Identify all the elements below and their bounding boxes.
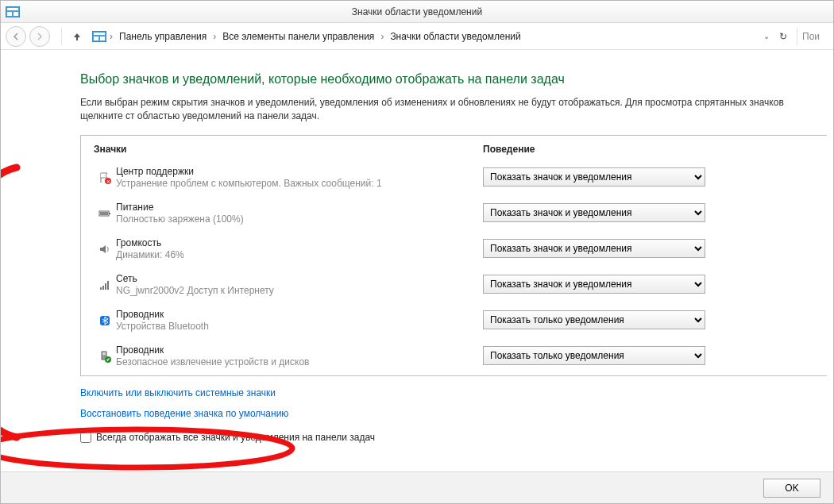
refresh-icon[interactable]: ↻ <box>779 31 787 42</box>
battery-icon <box>94 206 116 220</box>
svg-rect-6 <box>94 37 98 40</box>
item-subtitle: Полностью заряжена (100%) <box>116 214 473 225</box>
addressbar[interactable]: › Панель управления › Все элементы панел… <box>89 29 793 44</box>
svg-text:✕: ✕ <box>106 179 110 184</box>
search-input[interactable]: Пои <box>797 28 828 45</box>
svg-rect-12 <box>100 212 108 215</box>
content-area: Выбор значков и уведомлений, которые нео… <box>1 50 833 471</box>
svg-rect-14 <box>102 286 104 290</box>
restore-defaults-link[interactable]: Восстановить поведение значка по умолчан… <box>80 408 288 419</box>
item-subtitle: NG_jwnr2000v2 Доступ к Интернету <box>116 285 473 296</box>
list-item: ПроводникБезопасное извлечение устройств… <box>81 340 827 375</box>
page-title: Выбор значков и уведомлений, которые нео… <box>80 72 833 87</box>
up-button[interactable] <box>68 28 86 45</box>
item-name: Питание <box>116 202 473 213</box>
svg-rect-3 <box>14 12 18 16</box>
always-show-label[interactable]: Всегда отображать все значки и уведомлен… <box>96 432 375 443</box>
page-description: Если выбран режим скрытия значков и увед… <box>80 96 827 124</box>
usb-eject-icon <box>94 348 116 363</box>
control-panel-icon <box>6 6 20 17</box>
network-bars-icon <box>94 277 116 291</box>
back-button[interactable] <box>6 26 26 47</box>
bluetooth-icon <box>94 313 116 327</box>
always-show-checkbox[interactable] <box>80 432 91 443</box>
system-icons-link[interactable]: Включить или выключить системные значки <box>80 387 276 398</box>
window-title: Значки области уведомлений <box>1 6 833 17</box>
behavior-select[interactable]: Показать значок и уведомленияПоказать то… <box>483 167 705 187</box>
navbar: › Панель управления › Все элементы панел… <box>1 23 833 50</box>
item-name: Проводник <box>116 309 473 320</box>
bottom-bar: OK <box>1 471 833 503</box>
behavior-select[interactable]: Показать значок и уведомленияПоказать то… <box>483 239 705 258</box>
forward-button[interactable] <box>29 26 50 47</box>
svg-rect-19 <box>102 352 106 355</box>
annotation-bracket <box>1 160 41 445</box>
behavior-select[interactable]: Показать значок и уведомленияПоказать то… <box>483 346 705 365</box>
list-item: ПитаниеПолностью заряжена (100%)Показать… <box>81 197 827 233</box>
item-name: Центр поддержки <box>116 166 473 177</box>
svg-rect-16 <box>107 281 109 290</box>
behavior-select[interactable]: Показать значок и уведомленияПоказать то… <box>483 275 705 294</box>
svg-rect-15 <box>105 283 106 290</box>
items-header-row: Значки Поведение <box>81 136 827 161</box>
ok-button[interactable]: OK <box>763 479 820 498</box>
items-frame: Значки Поведение ✕Центр поддержкиУстране… <box>80 135 827 376</box>
chevron-right-icon: › <box>108 31 114 42</box>
chevron-right-icon: › <box>211 31 218 42</box>
nav-separator <box>61 28 62 45</box>
flag-alert-icon: ✕ <box>94 170 116 184</box>
speaker-icon <box>94 241 116 256</box>
svg-rect-2 <box>7 12 12 16</box>
list-item: ✕Центр поддержкиУстранение проблем с ком… <box>81 161 827 197</box>
breadcrumb[interactable]: Все элементы панели управления <box>219 29 377 44</box>
item-subtitle: Динамики: 46% <box>116 249 473 260</box>
svg-rect-13 <box>100 287 102 290</box>
item-subtitle: Безопасное извлечение устройств и дисков <box>116 356 473 367</box>
item-subtitle: Устройства Bluetooth <box>116 321 473 332</box>
svg-rect-7 <box>100 37 105 40</box>
address-dropdown-icon[interactable]: ⌄ <box>763 32 770 40</box>
breadcrumb[interactable]: Панель управления <box>116 29 210 44</box>
svg-rect-11 <box>109 213 110 214</box>
behavior-select[interactable]: Показать значок и уведомленияПоказать то… <box>483 203 705 222</box>
list-item: СетьNG_jwnr2000v2 Доступ к ИнтернетуПока… <box>81 268 827 304</box>
svg-rect-1 <box>7 8 18 10</box>
list-item: ПроводникУстройства BluetoothПоказать зн… <box>81 304 827 340</box>
item-name: Сеть <box>116 273 473 284</box>
header-behavior: Поведение <box>483 144 814 155</box>
control-panel-icon <box>92 31 106 42</box>
item-subtitle: Устранение проблем с компьютером. Важных… <box>116 178 473 189</box>
header-icons: Значки <box>94 144 483 155</box>
item-name: Проводник <box>116 344 473 356</box>
item-name: Громкость <box>116 237 473 248</box>
breadcrumb[interactable]: Значки области уведомлений <box>387 29 523 44</box>
list-item: ГромкостьДинамики: 46%Показать значок и … <box>81 233 827 268</box>
chevron-right-icon: › <box>379 31 385 42</box>
behavior-select[interactable]: Показать значок и уведомленияПоказать то… <box>483 310 705 329</box>
svg-rect-5 <box>94 33 105 35</box>
titlebar: Значки области уведомлений <box>1 1 833 23</box>
